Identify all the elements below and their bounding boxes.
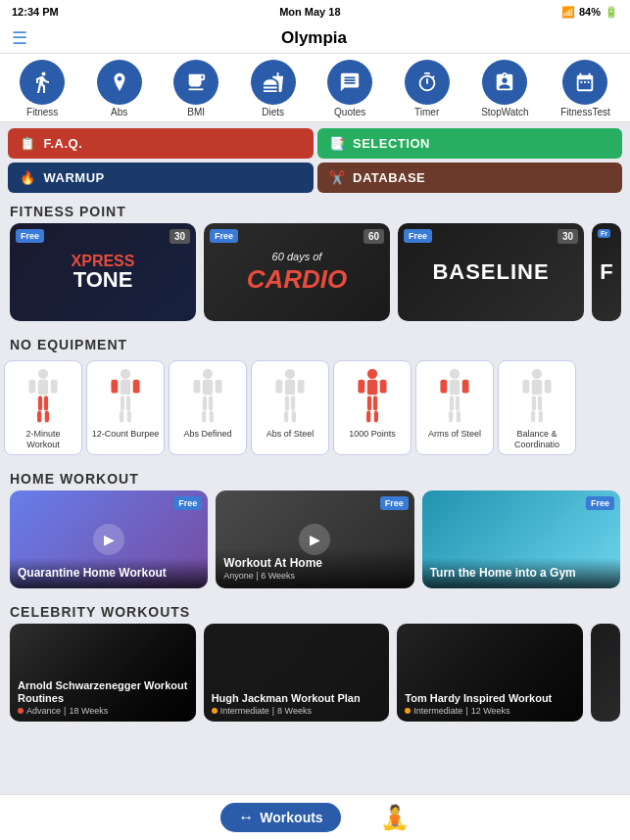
svg-rect-45 xyxy=(456,396,460,410)
arnold-title: Arnold Schwarzenegger Workout Routines xyxy=(18,679,188,705)
diets-label: Diets xyxy=(262,107,284,117)
svg-rect-28 xyxy=(285,396,289,410)
svg-rect-27 xyxy=(298,380,305,394)
svg-rect-26 xyxy=(275,380,282,394)
jackman-sub: Intermediate | 8 Weeks xyxy=(212,706,382,716)
faq-button[interactable]: 📋 F.A.Q. xyxy=(8,128,314,159)
free-badge: Fr xyxy=(598,229,610,238)
days-badge: 30 xyxy=(557,229,578,244)
workout-arms-steel[interactable]: Arms of Steel xyxy=(415,360,494,455)
nav-diets[interactable]: Diets xyxy=(251,60,296,117)
nav-abs[interactable]: Abs xyxy=(97,60,142,117)
days-badge: 60 xyxy=(363,229,384,244)
timer-label: Timer xyxy=(414,107,439,117)
battery-text: 84% xyxy=(579,6,601,18)
play-icon: ▶ xyxy=(93,524,124,555)
status-right: 📶 84% 🔋 xyxy=(561,6,618,19)
workout-1000points[interactable]: 1000 Points xyxy=(333,360,412,455)
quarantine-title: Quarantine Home Workout xyxy=(18,566,200,580)
bmi-label: BMI xyxy=(187,107,205,117)
workout-label: 2-Minute Workout xyxy=(9,429,77,450)
celeb4-card[interactable] xyxy=(591,624,620,722)
svg-rect-51 xyxy=(545,380,552,394)
celebrity-cards: Arnold Schwarzenegger Workout Routines A… xyxy=(0,624,630,729)
svg-rect-50 xyxy=(522,380,529,394)
svg-point-0 xyxy=(38,369,48,379)
home-workout-cards: Quarantine Home Workout Free ▶ Workout A… xyxy=(0,490,630,596)
workout-label: Abs Defined xyxy=(183,429,231,440)
jackman-card[interactable]: Hugh Jackman Workout Plan Intermediate |… xyxy=(204,624,390,722)
tab-workouts[interactable]: ↔ Workouts xyxy=(220,803,340,832)
arnold-card[interactable]: Arnold Schwarzenegger Workout Routines A… xyxy=(10,624,196,722)
bmi-icon xyxy=(173,60,218,105)
nav-timer[interactable]: Timer xyxy=(405,60,450,117)
hardy-card[interactable]: Tom Hardy Inspired Workout Intermediate … xyxy=(397,624,583,722)
svg-rect-37 xyxy=(373,396,377,410)
workout-label: Arms of Steel xyxy=(428,429,481,440)
cardio-card[interactable]: 60 days of CARDIO Free 60 xyxy=(204,223,390,321)
workout-2min[interactable]: 2-Minute Workout xyxy=(4,360,82,455)
svg-rect-35 xyxy=(380,380,387,394)
svg-point-32 xyxy=(367,369,377,379)
free-badge: Free xyxy=(16,229,44,243)
svg-rect-44 xyxy=(450,396,454,410)
svg-rect-54 xyxy=(531,411,535,423)
svg-rect-39 xyxy=(374,411,378,423)
svg-rect-41 xyxy=(450,380,460,395)
svg-rect-55 xyxy=(539,411,543,423)
svg-rect-18 xyxy=(193,380,200,394)
svg-rect-38 xyxy=(366,411,370,423)
svg-point-16 xyxy=(203,369,213,379)
stopwatch-icon xyxy=(482,60,527,105)
svg-point-48 xyxy=(532,369,542,379)
nav-fitness[interactable]: Fitness xyxy=(20,60,65,117)
tab-meditate[interactable]: 🧘 xyxy=(380,804,410,831)
selection-button[interactable]: 📑 SELECTION xyxy=(317,128,623,159)
top-nav: ☰ Olympia xyxy=(0,23,630,54)
nav-stopwatch[interactable]: StopWatch xyxy=(481,60,529,117)
wifi-icon: 📶 xyxy=(561,6,575,19)
quarantine-card[interactable]: Quarantine Home Workout Free ▶ xyxy=(10,490,208,588)
nav-fitnesstest[interactable]: FitnessTest xyxy=(560,60,610,117)
fitness-icon xyxy=(20,60,65,105)
database-icon: ✂️ xyxy=(329,170,346,185)
database-button[interactable]: ✂️ DATABASE xyxy=(317,163,623,193)
turn-home-gym-card[interactable]: Turn the Home into a Gym Free xyxy=(422,490,620,588)
celebrity-workouts-title: CELEBRITY WORKOUTS xyxy=(0,596,630,624)
free-badge: Free xyxy=(404,229,432,243)
tab-active-workouts[interactable]: ↔ Workouts xyxy=(220,803,340,832)
action-buttons: 📋 F.A.Q. 📑 SELECTION 🔥 WARMUP ✂️ DATABAS… xyxy=(0,122,630,196)
svg-rect-47 xyxy=(457,411,460,423)
fo-card[interactable]: F Fr xyxy=(592,223,621,321)
fitness-point-title: FITNESS POINT xyxy=(0,196,630,223)
workout-balance[interactable]: Balance & Coordinatio xyxy=(498,360,576,455)
workout-12count[interactable]: 12-Count Burpee xyxy=(86,360,165,455)
days-badge: 30 xyxy=(170,229,190,244)
warmup-button[interactable]: 🔥 WARMUP xyxy=(8,163,314,193)
xpress-tone-card[interactable]: XPRESS TONE Free 30 xyxy=(10,223,196,321)
workouts-icon: ↔ xyxy=(238,809,254,826)
svg-rect-15 xyxy=(127,411,131,423)
level-dot xyxy=(18,708,24,714)
workout-abs-steel[interactable]: Abs of Steel xyxy=(251,360,329,455)
workout-at-home-card[interactable]: Workout At Home Anyone | 6 Weeks Free ▶ xyxy=(216,490,413,588)
baseline-card[interactable]: BASELINE Free 30 xyxy=(398,223,584,321)
fitness-point-cards: XPRESS TONE Free 30 60 days of CARDIO Fr… xyxy=(0,223,630,329)
svg-rect-33 xyxy=(367,380,377,395)
svg-rect-6 xyxy=(37,411,41,423)
selection-icon: 📑 xyxy=(329,136,346,151)
no-equipment-grid: 2-Minute Workout 12-Count Burpee xyxy=(0,356,630,463)
nav-bmi[interactable]: BMI xyxy=(173,60,218,117)
abs-label: Abs xyxy=(111,107,127,117)
workout-at-home-sub: Anyone | 6 Weeks xyxy=(223,571,406,581)
svg-rect-53 xyxy=(538,396,542,410)
gym-title: Turn the Home into a Gym xyxy=(430,566,612,580)
status-bar: 12:34 PM Mon May 18 📶 84% 🔋 xyxy=(0,0,630,23)
svg-rect-34 xyxy=(358,380,364,394)
menu-icon[interactable]: ☰ xyxy=(12,27,27,49)
nav-quotes[interactable]: Quotes xyxy=(327,60,372,117)
workout-abs-defined[interactable]: Abs Defined xyxy=(169,360,247,455)
icon-nav: Fitness Abs BMI Diets Quotes xyxy=(0,54,630,122)
free-badge: Free xyxy=(210,229,238,243)
svg-rect-10 xyxy=(111,380,118,394)
